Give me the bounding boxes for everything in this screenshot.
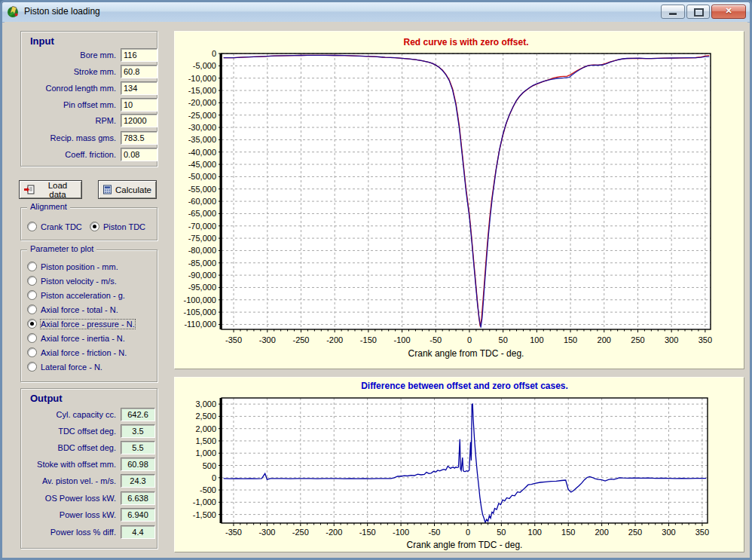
recip-mass-field[interactable] <box>121 131 157 145</box>
radio-piston-tdc[interactable]: Piston TDC <box>90 221 145 232</box>
output-row-av-piston-vel: Av. piston vel. - m/s. <box>27 474 155 488</box>
svg-text:2,000: 2,000 <box>195 424 216 433</box>
axial-pressure-label: Axial force - pressure - N. <box>41 320 135 329</box>
stroke-field[interactable] <box>121 65 157 78</box>
radio-axial-friction[interactable]: Axial force - friction - N. <box>27 347 127 358</box>
radio-axial-inertia[interactable]: Axial force - inertia - N. <box>27 332 125 344</box>
load-data-button[interactable]: Load data <box>19 180 82 199</box>
svg-text:100: 100 <box>530 335 543 344</box>
pin-offset-field[interactable] <box>121 98 157 112</box>
svg-text:-55,000: -55,000 <box>188 185 216 194</box>
svg-text:-1,500: -1,500 <box>193 510 216 519</box>
svg-text:-70,000: -70,000 <box>188 222 216 231</box>
coeff-friction-label: Coeff. friction. <box>27 148 116 161</box>
bore-field[interactable] <box>121 48 157 62</box>
stroke-label: Stroke mm. <box>27 65 116 78</box>
svg-text:-500: -500 <box>200 485 216 494</box>
svg-text:-25,000: -25,000 <box>188 111 216 120</box>
input-row-bore: Bore mm. <box>27 48 155 62</box>
cyl-capacity-label: Cyl. capacity cc. <box>27 408 116 421</box>
radio-piston-position[interactable]: Piston position - mm. <box>27 261 118 272</box>
piston-position-radio-icon <box>27 262 37 271</box>
svg-text:0: 0 <box>212 473 216 482</box>
maximize-button[interactable] <box>686 5 710 19</box>
svg-text:-95,000: -95,000 <box>188 283 216 292</box>
calculator-icon <box>103 185 112 194</box>
input-row-recip-mass: Recip. mass gms. <box>27 131 155 145</box>
svg-text:50: 50 <box>499 335 508 344</box>
input-row-conrod: Conrod length mm. <box>27 81 155 95</box>
input-heading: Input <box>30 35 54 47</box>
svg-text:-65,000: -65,000 <box>188 209 216 218</box>
close-icon: ✕ <box>712 6 745 16</box>
alignment-group: Alignment Crank TDC Piston TDC <box>20 207 157 240</box>
maximize-icon <box>694 8 704 17</box>
input-row-stroke: Stroke mm. <box>27 65 155 78</box>
crank-tdc-radio-icon <box>27 222 37 231</box>
titlebar: Piston side loading ✕ <box>2 2 750 23</box>
axial-friction-label: Axial force - friction - N. <box>41 348 127 357</box>
svg-text:-30,000: -30,000 <box>188 123 216 132</box>
svg-text:500: 500 <box>203 461 216 470</box>
parameter-group-title: Parameter to plot <box>27 244 96 253</box>
conrod-label: Conrod length mm. <box>27 81 116 95</box>
svg-text:-5,000: -5,000 <box>193 61 216 70</box>
svg-text:-150: -150 <box>359 528 376 537</box>
close-button[interactable]: ✕ <box>711 5 746 19</box>
power-loss-diff-label: Power loss % diff. <box>27 525 116 539</box>
svg-text:-300: -300 <box>259 335 276 344</box>
svg-text:-105,000: -105,000 <box>184 308 216 317</box>
radio-axial-pressure[interactable]: Axial force - pressure - N. <box>27 318 135 329</box>
svg-text:200: 200 <box>595 528 608 537</box>
radio-lateral-force[interactable]: Lateral force - N. <box>27 361 102 372</box>
recip-mass-label: Recip. mass gms. <box>27 131 116 145</box>
svg-text:3,000: 3,000 <box>195 399 216 409</box>
svg-text:Crank angle from TDC - deg.: Crank angle from TDC - deg. <box>408 348 524 359</box>
stroke-with-offset-label: Stoke with offset mm. <box>27 457 116 471</box>
minimize-button[interactable] <box>661 5 685 19</box>
coeff-friction-field[interactable] <box>121 148 157 161</box>
output-row-power-loss-diff: Power loss % diff. <box>27 525 155 539</box>
crank-tdc-label: Crank TDC <box>41 222 82 231</box>
input-row-rpm: RPM. <box>27 114 155 127</box>
os-power-loss-label: OS Power loss kW. <box>27 491 116 505</box>
radio-axial-total[interactable]: Axial force - total - N. <box>27 304 118 315</box>
svg-text:100: 100 <box>528 528 542 537</box>
piston-acceleration-label: Piston acceleration - g. <box>41 291 125 300</box>
svg-text:50: 50 <box>497 528 506 537</box>
pin-offset-label: Pin offset mm. <box>27 98 116 112</box>
conrod-field[interactable] <box>121 81 157 95</box>
piston-acceleration-radio-icon <box>27 290 37 300</box>
svg-text:-150: -150 <box>360 335 377 344</box>
output-row-os-power-loss: OS Power loss kW. <box>27 491 155 505</box>
svg-text:-85,000: -85,000 <box>188 259 216 268</box>
client-area: Input Bore mm. Stroke mm. Conrod length … <box>5 22 747 554</box>
difference-chart: -350-300-250-200-150-100-500501001502002… <box>175 378 745 553</box>
radio-piston-acceleration[interactable]: Piston acceleration - g. <box>27 289 125 301</box>
svg-text:-60,000: -60,000 <box>188 197 216 206</box>
input-row-coeff-friction: Coeff. friction. <box>27 148 155 161</box>
app-icon <box>7 5 20 18</box>
output-heading: Output <box>30 393 63 404</box>
output-row-tdc-offset: TDC offset deg. <box>27 424 155 438</box>
svg-text:-100,000: -100,000 <box>184 295 216 304</box>
cyl-capacity-value <box>121 408 155 421</box>
rpm-field[interactable] <box>121 114 157 127</box>
svg-text:350: 350 <box>699 335 712 344</box>
radio-piston-velocity[interactable]: Piston velocity - m/s. <box>27 275 117 286</box>
svg-text:-10,000: -10,000 <box>188 74 216 83</box>
radio-crank-tdc[interactable]: Crank TDC <box>27 221 82 232</box>
calculate-button[interactable]: Calculate <box>98 180 157 199</box>
svg-text:-350: -350 <box>225 335 242 344</box>
bottom-chart-panel: -350-300-250-200-150-100-500501001502002… <box>174 377 744 552</box>
os-power-loss-value <box>121 491 155 505</box>
svg-text:200: 200 <box>598 335 611 344</box>
svg-text:250: 250 <box>631 335 644 344</box>
top-chart-panel: -350-300-250-200-150-100-500501001502002… <box>174 31 744 369</box>
svg-text:-200: -200 <box>326 528 342 537</box>
svg-text:0: 0 <box>467 335 472 344</box>
axial-total-label: Axial force - total - N. <box>41 305 118 314</box>
rpm-label: RPM. <box>27 114 116 127</box>
piston-position-label: Piston position - mm. <box>41 262 118 271</box>
piston-tdc-label: Piston TDC <box>103 222 145 231</box>
